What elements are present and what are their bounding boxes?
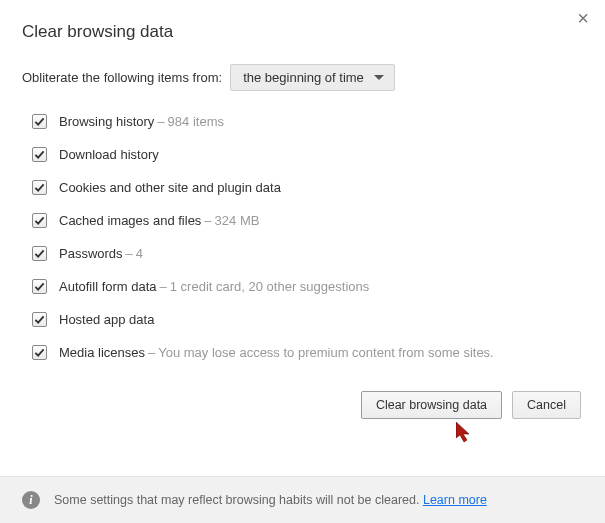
data-type-label: Download history [59,147,159,162]
data-type-list: Browsing history–984 itemsDownload histo… [22,105,583,369]
time-range-select[interactable]: the beginning of time [230,64,395,91]
footer-text-wrap: Some settings that may reflect browsing … [54,493,487,507]
footer-text: Some settings that may reflect browsing … [54,493,423,507]
checkbox[interactable] [32,246,47,261]
data-type-hint: 1 credit card, 20 other suggestions [170,279,369,294]
data-type-label: Cached images and files [59,213,201,228]
time-range-row: Obliterate the following items from: the… [22,64,583,91]
data-type-row: Autofill form data–1 credit card, 20 oth… [22,270,583,303]
data-type-hint: 4 [136,246,143,261]
clear-browsing-data-button[interactable]: Clear browsing data [361,391,502,419]
data-type-row: Passwords–4 [22,237,583,270]
data-type-text: Cached images and files–324 MB [59,213,259,228]
checkbox[interactable] [32,213,47,228]
checkbox[interactable] [32,345,47,360]
data-type-text: Cookies and other site and plugin data [59,180,281,195]
data-type-label: Media licenses [59,345,145,360]
data-type-row: Cookies and other site and plugin data [22,171,583,204]
data-type-row: Media licenses–You may lose access to pr… [22,336,583,369]
data-type-row: Browsing history–984 items [22,105,583,138]
data-type-text: Download history [59,147,159,162]
time-range-value: the beginning of time [243,70,364,85]
data-type-text: Browsing history–984 items [59,114,224,129]
caret-down-icon [374,75,384,80]
separator-dash: – [148,345,155,360]
data-type-text: Autofill form data–1 credit card, 20 oth… [59,279,369,294]
data-type-text: Passwords–4 [59,246,143,261]
data-type-text: Hosted app data [59,312,154,327]
time-range-label: Obliterate the following items from: [22,70,222,85]
data-type-row: Download history [22,138,583,171]
data-type-hint: You may lose access to premium content f… [158,345,494,360]
data-type-label: Passwords [59,246,123,261]
checkbox[interactable] [32,114,47,129]
clear-browsing-data-dialog: Clear browsing data Obliterate the follo… [0,0,605,437]
data-type-label: Hosted app data [59,312,154,327]
data-type-row: Hosted app data [22,303,583,336]
data-type-row: Cached images and files–324 MB [22,204,583,237]
data-type-label: Browsing history [59,114,154,129]
checkbox[interactable] [32,312,47,327]
checkbox[interactable] [32,180,47,195]
data-type-text: Media licenses–You may lose access to pr… [59,345,494,360]
separator-dash: – [157,114,164,129]
info-icon: i [22,491,40,509]
data-type-hint: 984 items [168,114,224,129]
close-button[interactable]: × [571,6,595,30]
separator-dash: – [204,213,211,228]
info-footer: i Some settings that may reflect browsin… [0,476,605,523]
checkbox[interactable] [32,279,47,294]
data-type-label: Cookies and other site and plugin data [59,180,281,195]
learn-more-link[interactable]: Learn more [423,493,487,507]
separator-dash: – [126,246,133,261]
dialog-title: Clear browsing data [22,22,583,42]
data-type-hint: 324 MB [215,213,260,228]
data-type-label: Autofill form data [59,279,157,294]
close-icon: × [577,7,589,29]
cancel-button[interactable]: Cancel [512,391,581,419]
separator-dash: – [160,279,167,294]
checkbox[interactable] [32,147,47,162]
button-row: Clear browsing data Cancel [22,369,583,437]
